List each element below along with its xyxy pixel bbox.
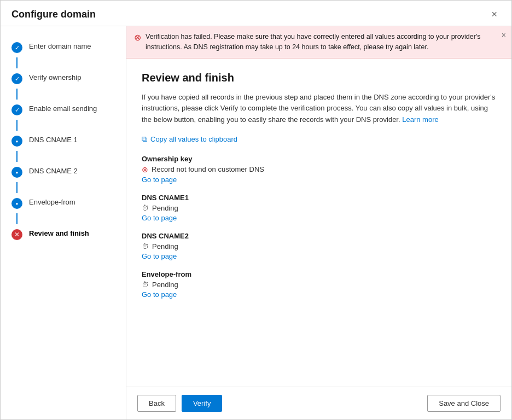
verify-button[interactable]: Verify [182, 395, 223, 412]
step-label-dns-cname-2: DNS CNAME 2 [29, 166, 78, 175]
configure-domain-dialog: Configure domain × ✓ Enter domain name ✓… [0, 0, 512, 420]
sidebar-item-enable-email: ✓ Enable email sending [1, 100, 126, 120]
steps-sidebar: ✓ Enter domain name ✓ Verify ownership ✓… [1, 26, 126, 419]
step-icon-verify-ownership: ✓ [11, 73, 22, 84]
step-connector-6 [16, 213, 18, 224]
step-icon-dns-cname-2: ● [11, 167, 22, 178]
footer-right-buttons: Save and Close [427, 395, 501, 412]
dialog-footer: Back Verify Save and Close [126, 387, 511, 419]
sidebar-item-enter-domain: ✓ Enter domain name [1, 37, 126, 57]
alert-close-button[interactable]: × [502, 31, 506, 39]
step-connector-4 [16, 151, 18, 162]
step-label-verify-ownership: Verify ownership [29, 73, 81, 81]
sidebar-item-dns-cname-2: ● DNS CNAME 2 [1, 162, 126, 182]
clipboard-icon: ⧉ [142, 135, 147, 144]
step-icon-enable-email: ✓ [11, 104, 22, 115]
step-label-envelope-from: Envelope-from [29, 197, 75, 206]
step-icon-envelope-from: ● [11, 198, 22, 209]
step-label-enable-email: Enable email sending [29, 104, 97, 113]
learn-more-link[interactable]: Learn more [402, 115, 438, 124]
dns-cname2-go-to-page[interactable]: Go to page [142, 252, 496, 260]
envelope-from-status: ⏱ Pending [142, 281, 496, 289]
dns-cname1-section: DNS CNAME1 ⏱ Pending Go to page [142, 194, 496, 222]
alert-banner: ⊗ Verification has failed. Please make s… [126, 26, 511, 59]
step-icon-enter-domain: ✓ [11, 42, 22, 53]
dns-cname2-title: DNS CNAME2 [142, 232, 496, 240]
step-connector-3 [16, 120, 18, 131]
dns-cname1-go-to-page[interactable]: Go to page [142, 214, 496, 222]
dialog-body: ✓ Enter domain name ✓ Verify ownership ✓… [1, 26, 511, 419]
ownership-key-section: Ownership key ⊗ Record not found on cust… [142, 155, 496, 184]
error-status-icon: ⊗ [142, 165, 148, 174]
footer-left-buttons: Back Verify [137, 395, 222, 412]
pending-status-icon-1: ⏱ [142, 204, 149, 212]
alert-text: Verification has failed. Please make sur… [146, 32, 504, 52]
step-connector-1 [16, 57, 18, 68]
step-connector-2 [16, 89, 18, 100]
copy-all-values-link[interactable]: ⧉ Copy all values to clipboard [142, 135, 496, 144]
step-connector-5 [16, 182, 18, 193]
sidebar-item-verify-ownership: ✓ Verify ownership [1, 68, 126, 89]
pending-status-icon-2: ⏱ [142, 242, 149, 250]
ownership-key-title: Ownership key [142, 155, 496, 163]
back-button[interactable]: Back [137, 395, 176, 412]
step-icon-dns-cname-1: ● [11, 136, 22, 147]
main-content: ⊗ Verification has failed. Please make s… [126, 26, 511, 419]
dialog-close-button[interactable]: × [488, 8, 501, 20]
dialog-title: Configure domain [11, 9, 96, 20]
description-text: If you have copied all records in the pr… [142, 92, 496, 126]
step-label-enter-domain: Enter domain name [29, 42, 91, 50]
content-area: Review and finish If you have copied all… [126, 59, 511, 387]
dns-cname2-status-text: Pending [152, 242, 178, 250]
dns-cname1-title: DNS CNAME1 [142, 194, 496, 202]
sidebar-item-dns-cname-1: ● DNS CNAME 1 [1, 131, 126, 151]
step-icon-review-finish: ✕ [11, 229, 22, 240]
dns-cname2-section: DNS CNAME2 ⏱ Pending Go to page [142, 232, 496, 260]
dns-cname1-status: ⏱ Pending [142, 204, 496, 212]
dialog-header: Configure domain × [1, 1, 511, 26]
envelope-from-section: Envelope-from ⏱ Pending Go to page [142, 270, 496, 299]
envelope-from-title: Envelope-from [142, 270, 496, 278]
save-and-close-button[interactable]: Save and Close [427, 395, 501, 412]
ownership-key-go-to-page[interactable]: Go to page [142, 176, 496, 184]
step-label-dns-cname-1: DNS CNAME 1 [29, 135, 78, 144]
sidebar-item-envelope-from: ● Envelope-from [1, 193, 126, 213]
pending-status-icon-3: ⏱ [142, 281, 149, 289]
alert-error-icon: ⊗ [134, 32, 141, 43]
envelope-from-status-text: Pending [152, 281, 178, 289]
section-title: Review and finish [142, 72, 496, 84]
ownership-key-status: ⊗ Record not found on customer DNS [142, 165, 496, 174]
envelope-from-go-to-page[interactable]: Go to page [142, 290, 496, 299]
step-label-review-finish: Review and finish [29, 229, 89, 237]
ownership-key-status-text: Record not found on customer DNS [152, 165, 264, 173]
dns-cname2-status: ⏱ Pending [142, 242, 496, 250]
sidebar-item-review-finish: ✕ Review and finish [1, 224, 126, 244]
dns-cname1-status-text: Pending [152, 204, 178, 212]
